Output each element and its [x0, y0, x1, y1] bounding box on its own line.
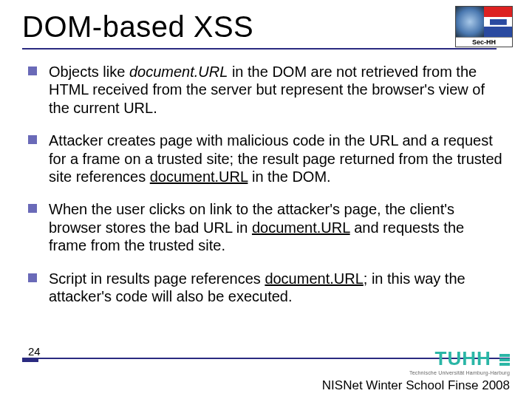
- org-subtext: Technische Universität Hamburg-Harburg: [409, 370, 510, 375]
- bullet-item: When the user clicks on link to the atta…: [27, 200, 504, 254]
- hamburg-flag-icon: [484, 7, 512, 37]
- code-ref: document.URL: [129, 64, 228, 80]
- code-ref: document.URL: [265, 270, 363, 287]
- footer-text: NISNet Winter School Finse 2008: [322, 378, 510, 393]
- slide-title: DOM-based XSS: [22, 10, 510, 44]
- page-number: 24: [28, 345, 41, 358]
- sec-hh-badge: Sec-HH: [455, 6, 513, 47]
- bullet-item: Objects like document.URL in the DOM are…: [27, 63, 504, 117]
- accent-rule: [22, 359, 38, 362]
- bullet-list: Objects like document.URL in the DOM are…: [22, 63, 510, 305]
- org-logo: TUHH Technische Universität Hamburg-Harb…: [409, 347, 510, 375]
- code-ref: document.URL: [252, 219, 350, 236]
- globe-icon: [456, 7, 484, 37]
- slide: Sec-HH DOM-based XSS Objects like docume…: [0, 0, 532, 399]
- bullet-item: Script in results page references docume…: [27, 270, 504, 306]
- org-logo-bars-icon: [499, 352, 510, 367]
- bullet-item: Attacker creates page with malicious cod…: [27, 132, 504, 185]
- title-rule: [22, 48, 497, 50]
- org-logo-text: TUHH: [435, 347, 491, 369]
- code-ref: document.URL: [150, 168, 248, 185]
- badge-label: Sec-HH: [456, 37, 512, 47]
